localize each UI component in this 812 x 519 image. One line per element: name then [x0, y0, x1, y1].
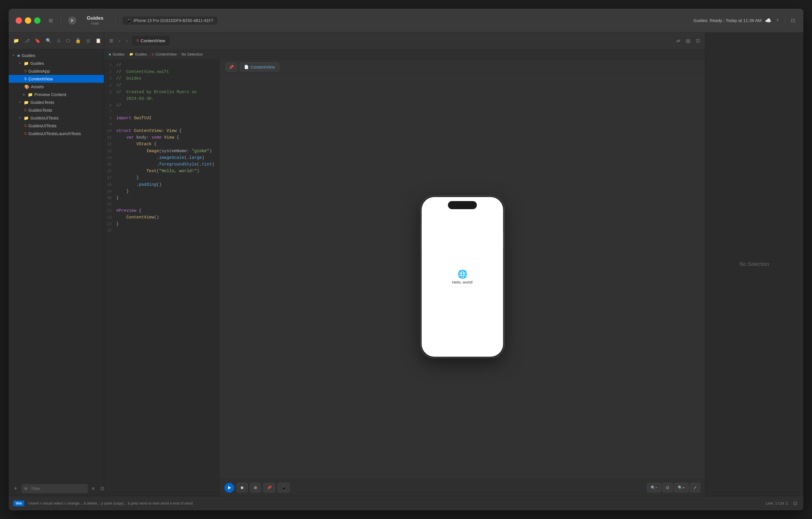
- code-line-25: 25: [104, 228, 220, 234]
- sidebar-toggle-button[interactable]: ⊞: [48, 16, 54, 25]
- no-selection-label: No Selection: [740, 261, 769, 267]
- breadcrumb-no-selection[interactable]: No Selection: [182, 52, 203, 56]
- sidebar-item-guides-group[interactable]: ▼ 📁 Guides: [9, 59, 104, 67]
- preview-pane: 📌 📄 ContentView: [220, 60, 705, 496]
- code-line-8: 8 import SwiftUI: [104, 115, 220, 121]
- breadcrumb-bar: ■ Guides › 📁 Guides › S ContentView › No…: [104, 49, 705, 60]
- maximize-button[interactable]: [34, 17, 40, 24]
- code-line-21: 21: [104, 201, 220, 208]
- sidebar-item-guides-tests-file[interactable]: S GuidesTests: [9, 106, 104, 114]
- main-content-area: 📁 ⎇ 🔖 🔍 ⚠ ⬡ 🔒 ◎ 📋 ▼ ■ Guides: [9, 32, 803, 496]
- breadcrumb-content-view[interactable]: ContentView: [155, 52, 177, 56]
- code-line-20: 20 }: [104, 195, 220, 201]
- sort-button[interactable]: ≡: [90, 484, 96, 493]
- code-line-23: 23 ContentView(): [104, 214, 220, 221]
- zoom-in-btn[interactable]: 🔍+: [674, 483, 689, 492]
- device-name: iPhone 15 Pro (0181DDF9-B250-4B11-91F7: [134, 18, 213, 23]
- code-line-6: 6 //: [104, 102, 220, 109]
- code-line-13: 13 Image(systemName: "globe"): [104, 148, 220, 155]
- inspector-toggle-button[interactable]: ⊡: [790, 16, 796, 25]
- breadcrumb-guides-project[interactable]: Guides: [113, 52, 124, 56]
- run-button[interactable]: [67, 15, 78, 26]
- sidebar-item-content-view[interactable]: S ContentView: [9, 75, 104, 83]
- right-inspector: No Selection: [705, 32, 803, 496]
- source-control-btn[interactable]: ⎇: [23, 37, 31, 45]
- sidebar-item-guides-project[interactable]: ▼ ■ Guides: [9, 52, 104, 59]
- breakpoints-btn[interactable]: ◎: [85, 37, 91, 45]
- code-line-5: 5 // Created by Brooklin Myers on: [104, 89, 220, 95]
- code-line-2: 2 // ContentView.swift: [104, 69, 220, 75]
- folder-icon-btn[interactable]: 📁: [12, 37, 20, 45]
- zoom-fit-btn[interactable]: ⊡: [662, 483, 673, 492]
- close-button[interactable]: [16, 17, 22, 24]
- sidebar-item-guides-ui-tests-launch[interactable]: S GuidesUITestsLaunchTests: [9, 130, 104, 137]
- app-preview-content: 🌐 Hello, world!: [452, 269, 473, 284]
- preview-canvas: 🌐 Hello, world!: [220, 75, 705, 479]
- iphone-mockup: 🌐 Hello, world!: [420, 196, 504, 358]
- sidebar-item-assets[interactable]: 🎨 Assets: [9, 83, 104, 90]
- compare-btn[interactable]: ⇄: [675, 36, 682, 45]
- status-bar: Vim i insert v visual select c change...…: [9, 496, 803, 510]
- iphone-power-btn: [503, 231, 504, 248]
- code-line-12: 12 VStack {: [104, 141, 220, 147]
- preview-play-btn[interactable]: [224, 483, 234, 493]
- code-line-11: 11 var body: some View {: [104, 134, 220, 141]
- project-branch: main: [91, 21, 99, 25]
- tab-label: ContentView: [141, 38, 165, 43]
- add-tab-button[interactable]: +: [775, 16, 780, 25]
- minimize-button[interactable]: [25, 17, 31, 24]
- sidebar: 📁 ⎇ 🔖 🔍 ⚠ ⬡ 🔒 ◎ 📋 ▼ ■ Guides: [9, 32, 104, 496]
- status-inspector-btn[interactable]: ⊡: [791, 499, 799, 508]
- editor-grid-btn[interactable]: ⊞: [108, 36, 115, 45]
- preview-pin-btn2[interactable]: 📌: [263, 483, 275, 492]
- cloud-button[interactable]: ☁️: [764, 16, 773, 25]
- layout-btn[interactable]: ⊡: [694, 36, 701, 45]
- sidebar-item-preview-content[interactable]: ▶ 📁 Preview Content: [9, 90, 104, 98]
- preview-stop-btn[interactable]: ⏹: [236, 483, 248, 492]
- editor-back-btn[interactable]: ‹: [117, 36, 122, 45]
- report-btn[interactable]: 📋: [94, 37, 103, 45]
- code-line-7: 7: [104, 109, 220, 115]
- debug-btn[interactable]: 🔒: [74, 37, 82, 45]
- globe-icon: 🌐: [458, 269, 468, 279]
- breadcrumb-guides-folder[interactable]: Guides: [135, 52, 147, 56]
- sidebar-item-guides-ui-tests-file[interactable]: S GuidesUITests: [9, 122, 104, 130]
- editor-tab-content-view[interactable]: S ContentView: [132, 36, 170, 46]
- code-line-19: 19 }: [104, 188, 220, 195]
- search-btn[interactable]: 🔍: [45, 37, 53, 45]
- svg-marker-0: [71, 19, 74, 22]
- preview-device-btn[interactable]: 📱: [278, 483, 290, 492]
- preview-grid-btn[interactable]: ⊞: [250, 483, 261, 492]
- sidebar-item-guides-ui-tests-folder[interactable]: ▼ 📁 GuidesUITests: [9, 114, 104, 122]
- code-editor[interactable]: 1 // 2 // ContentView.swift 3 // Guides: [104, 60, 220, 496]
- warning-btn[interactable]: ⚠: [56, 37, 62, 45]
- editor-tab-bar: ⊞ ‹ › S ContentView ⇄ ▤ ⊡: [104, 32, 705, 49]
- editor-split: 1 // 2 // ContentView.swift 3 // Guides: [104, 60, 705, 496]
- editor-forward-btn[interactable]: ›: [124, 36, 129, 45]
- device-selector[interactable]: 📱 iPhone 15 Pro (0181DDF9-B250-4B11-91F7: [122, 17, 218, 25]
- code-line-15: 15 .foregroundStyle(.tint): [104, 161, 220, 168]
- code-line-4: 4 //: [104, 82, 220, 89]
- code-line-3: 3 // Guides: [104, 75, 220, 82]
- vim-mode-badge: Vim: [13, 500, 24, 506]
- zoom-controls: 🔍− ⊡ 🔍+ ⤢: [647, 483, 700, 492]
- sidebar-item-guides-app[interactable]: S GuidesApp: [9, 67, 104, 75]
- pin-button[interactable]: 📌: [226, 63, 237, 72]
- preview-file-btn[interactable]: 📄 ContentView: [240, 62, 279, 72]
- zoom-fill-btn[interactable]: ⤢: [690, 483, 700, 492]
- traffic-lights: [16, 17, 40, 24]
- minimap-btn[interactable]: ▤: [684, 36, 692, 45]
- test-btn[interactable]: ⬡: [65, 37, 71, 45]
- code-line-5b: 2024-03-30.: [104, 95, 220, 102]
- bookmark-btn[interactable]: 🔖: [33, 37, 41, 45]
- code-line-17: 17 }: [104, 174, 220, 181]
- code-line-16: 16 Text("Hello, world!"): [104, 168, 220, 174]
- preview-header: 📌 📄 ContentView: [220, 60, 705, 75]
- vim-hint-text: i insert v visual select c change... d d…: [28, 501, 193, 506]
- filter-input[interactable]: [29, 485, 85, 492]
- add-file-button[interactable]: +: [12, 484, 19, 494]
- iphone-dynamic-island: [448, 201, 477, 209]
- project-name: Guides: [87, 15, 104, 21]
- sidebar-item-guides-tests-folder[interactable]: ▼ 📁 GuidesTests: [9, 98, 104, 106]
- zoom-out-btn[interactable]: 🔍−: [647, 483, 661, 492]
